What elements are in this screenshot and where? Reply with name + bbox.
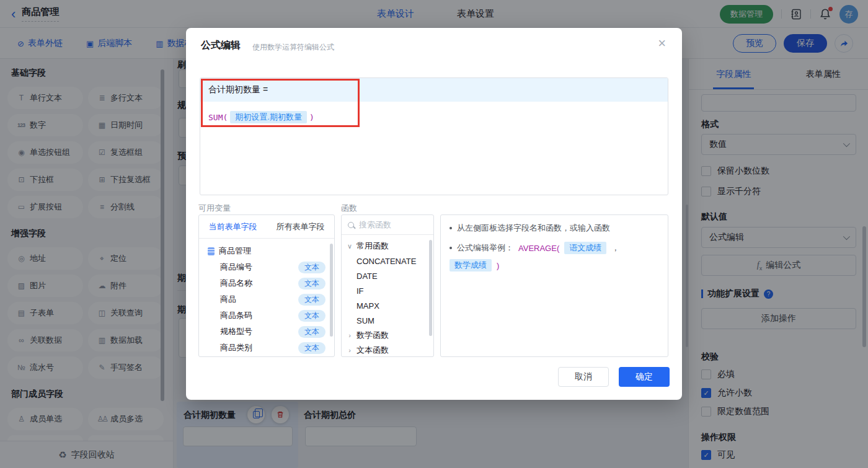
variable-root-label: 商品管理 [219, 245, 326, 257]
functions-panel: ∨ 常用函数 CONCATENATE DATE IF MAPX SUM › 数学… [341, 214, 434, 357]
variable-name: 商品 [220, 294, 298, 305]
variable-field-row[interactable]: 商品名称 文本 [202, 275, 332, 291]
chevron-down-icon: ∨ [347, 242, 353, 250]
variable-field-row[interactable]: 规格型号 文本 [202, 324, 332, 340]
function-search-row [342, 215, 433, 235]
variable-field-row[interactable]: 商品 文本 [202, 291, 332, 307]
function-group-row[interactable]: ∨ 常用函数 [342, 239, 433, 254]
variables-scrollbar[interactable] [330, 244, 333, 337]
variable-field-row[interactable]: 商品类别 文本 [202, 340, 332, 356]
variable-field-row[interactable]: 商品编号 文本 [202, 259, 332, 275]
formula-paren: ) [309, 113, 314, 122]
function-group-label: 文本函数 [356, 345, 389, 356]
function-group-row[interactable]: › 数学函数 [342, 328, 433, 343]
example-field-chip: 语文成绩 [564, 242, 606, 254]
function-group-label: 常用函数 [356, 241, 389, 252]
formula-field-chip[interactable]: 期初设置.期初数量 [230, 111, 307, 123]
tab-current-form-fields[interactable]: 当前表单字段 [199, 215, 267, 238]
tip-example-line: 公式编辑举例： AVERAGE( 语文成绩 ， 数学成绩 ) [450, 242, 659, 272]
function-search-input[interactable] [359, 220, 421, 229]
variable-name: 规格型号 [220, 326, 298, 337]
formula-editor-modal: 公式编辑 使用数学运算符编辑公式 × 合计期初数量 = SUM( 期初设置.期初… [186, 28, 682, 400]
field-type-badge: 文本 [298, 310, 326, 322]
tab-all-form-fields[interactable]: 所有表单字段 [267, 215, 334, 238]
chevron-right-icon: › [347, 332, 353, 339]
function-item[interactable]: MAPX [342, 298, 433, 313]
tip-line: 从左侧面板选择字段名和函数，或输入函数 [450, 223, 659, 234]
formula-editor-area[interactable]: 合计期初数量 = SUM( 期初设置.期初数量 ) [200, 77, 668, 195]
variable-name: 商品类别 [220, 342, 298, 353]
modal-title: 公式编辑 [201, 39, 241, 52]
function-group-label: 数学函数 [356, 330, 389, 341]
functions-panel-label: 函数 [341, 203, 357, 214]
example-paren: ) [497, 261, 499, 270]
bullet-icon [450, 227, 452, 229]
formula-target-row: 合计期初数量 = [200, 78, 668, 102]
variable-name: 商品编号 [220, 262, 298, 273]
example-comma: ， [611, 242, 619, 254]
tips-panel: 从左侧面板选择字段名和函数，或输入函数 公式编辑举例： AVERAGE( 语文成… [440, 214, 668, 357]
variable-root-row[interactable]: 商品管理 [202, 243, 332, 259]
field-type-badge: 文本 [298, 294, 326, 306]
cancel-button[interactable]: 取消 [558, 367, 609, 387]
tip-text: 从左侧面板选择字段名和函数，或输入函数 [457, 223, 610, 234]
confirm-button[interactable]: 确定 [619, 367, 670, 387]
field-type-badge: 文本 [298, 342, 326, 354]
variable-field-row[interactable]: 商品条码 文本 [202, 307, 332, 324]
bullet-icon [450, 247, 452, 249]
function-item[interactable]: CONCATENATE [342, 254, 433, 268]
search-icon [348, 222, 354, 228]
field-type-badge: 文本 [298, 326, 326, 338]
variable-name: 商品条码 [220, 310, 298, 321]
function-item[interactable]: DATE [342, 268, 433, 283]
variables-panel: 当前表单字段 所有表单字段 商品管理 商品编号 文本 商品名称 文本 商品 文本… [198, 214, 335, 357]
close-icon[interactable]: × [658, 37, 666, 50]
variable-name: 商品名称 [220, 278, 298, 289]
field-type-badge: 文本 [298, 278, 326, 289]
formula-function: SUM( [208, 113, 228, 122]
function-item[interactable]: SUM [342, 313, 433, 328]
modal-subtitle: 使用数学运算符编辑公式 [252, 42, 334, 53]
example-function: AVERAGE( [518, 244, 559, 253]
tip-prefix: 公式编辑举例： [457, 242, 513, 254]
document-icon [208, 247, 215, 255]
functions-scrollbar[interactable] [429, 240, 432, 336]
chevron-right-icon: › [347, 347, 353, 354]
variables-panel-label: 可用变量 [198, 203, 231, 214]
field-type-badge: 文本 [298, 262, 326, 273]
function-group-row[interactable]: › 文本函数 [342, 343, 433, 357]
formula-expression[interactable]: SUM( 期初设置.期初数量 ) [208, 111, 660, 123]
example-field-chip: 数学成绩 [450, 259, 492, 272]
formula-target: 合计期初数量 = [208, 84, 268, 95]
function-item[interactable]: IF [342, 283, 433, 298]
